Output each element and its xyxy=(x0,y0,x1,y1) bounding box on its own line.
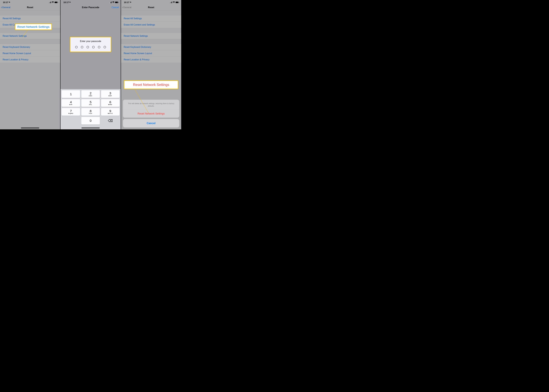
back-label: General xyxy=(123,6,131,9)
keypad-blank xyxy=(62,117,80,125)
home-indicator[interactable] xyxy=(21,128,39,128)
cell-reset-network-settings[interactable]: Reset Network Settings xyxy=(121,33,181,39)
wifi-icon xyxy=(112,1,114,3)
status-time: 10:17 xyxy=(124,1,129,4)
status-time: 10:17 xyxy=(3,1,8,4)
nav-title: Enter Passcode xyxy=(82,6,99,9)
cell-reset-all-settings[interactable]: Reset All Settings xyxy=(0,15,60,21)
backspace-icon: ⌫ xyxy=(108,119,113,123)
keypad-6[interactable]: 6MNO xyxy=(101,99,120,107)
action-sheet: This will delete all network settings, r… xyxy=(123,100,179,127)
keypad-7[interactable]: 7PQRS xyxy=(62,108,80,116)
keypad-backspace[interactable]: ⌫ xyxy=(101,117,120,125)
cancel-button[interactable]: Cancel xyxy=(111,6,119,9)
annotation-callout-passcode-prompt: Enter your passcode xyxy=(70,37,111,52)
wifi-icon xyxy=(173,1,175,3)
battery-icon xyxy=(115,2,118,3)
keypad-4[interactable]: 4GHI xyxy=(62,99,80,107)
cell-erase-all-content[interactable]: Erase All Content and Settings xyxy=(121,21,181,28)
battery-icon xyxy=(176,2,179,3)
battery-icon xyxy=(55,2,58,3)
passcode-prompt: Enter your passcode xyxy=(80,40,101,42)
cell-reset-all-settings[interactable]: Reset All Settings xyxy=(121,15,181,21)
cell-reset-home-screen-layout[interactable]: Reset Home Screen Layout xyxy=(0,50,60,56)
cell-reset-home-screen-layout[interactable]: Reset Home Screen Layout xyxy=(121,50,181,56)
sheet-message: This will delete all network settings, r… xyxy=(123,100,179,110)
back-button[interactable]: ‹ General xyxy=(1,6,10,9)
nav-bar: Enter Passcode Cancel xyxy=(61,4,121,11)
screenshot-confirm-sheet: 10:17 ➤ ‹ General Reset Reset All Settin… xyxy=(121,0,181,129)
annotation-callout-confirm: Reset Network Settings xyxy=(124,80,178,89)
wifi-icon xyxy=(52,1,54,3)
keypad-5[interactable]: 5JKL xyxy=(81,99,100,107)
cell-reset-location-privacy[interactable]: Reset Location & Privacy xyxy=(0,56,60,63)
cellular-signal-icon xyxy=(170,2,172,3)
cell-reset-keyboard-dictionary[interactable]: Reset Keyboard Dictionary xyxy=(121,44,181,50)
keypad-3[interactable]: 3DEF xyxy=(101,90,120,98)
screenshot-enter-passcode: 10:17 ➤ Enter Passcode Cancel Enter your… xyxy=(61,0,121,129)
cell-reset-keyboard-dictionary[interactable]: Reset Keyboard Dictionary xyxy=(0,44,60,50)
status-bar: 10:17 ➤ xyxy=(121,0,181,4)
back-label: General xyxy=(2,6,10,9)
status-time: 10:17 xyxy=(63,1,69,4)
passcode-dots xyxy=(75,46,106,48)
status-bar: 10:17 ➤ xyxy=(61,0,121,4)
keypad-0[interactable]: 0 xyxy=(81,117,100,125)
cellular-signal-icon xyxy=(109,2,112,3)
location-services-icon: ➤ xyxy=(69,1,71,3)
cell-reset-location-privacy[interactable]: Reset Location & Privacy xyxy=(121,56,181,63)
location-services-icon: ➤ xyxy=(130,1,132,3)
nav-bar: ‹ General Reset xyxy=(0,4,60,11)
number-keypad: 1 2ABC 3DEF 4GHI 5JKL 6MNO 7PQRS 8TUV 9W… xyxy=(61,89,121,129)
nav-bar: ‹ General Reset xyxy=(121,4,181,11)
status-bar: 10:17 ➤ xyxy=(0,0,60,4)
location-services-icon: ➤ xyxy=(9,1,10,3)
keypad-9[interactable]: 9WXYZ xyxy=(101,108,120,116)
back-button: ‹ General xyxy=(122,6,131,9)
annotation-callout-reset-network: Reset Network Settings xyxy=(15,24,52,30)
nav-title: Reset xyxy=(148,6,154,9)
home-indicator[interactable] xyxy=(82,128,100,128)
keypad-8[interactable]: 8TUV xyxy=(81,108,100,116)
cellular-signal-icon xyxy=(49,2,51,3)
keypad-2[interactable]: 2ABC xyxy=(81,90,100,98)
keypad-1[interactable]: 1 xyxy=(62,90,80,98)
nav-title: Reset xyxy=(27,6,33,9)
sheet-cancel-button[interactable]: Cancel xyxy=(123,119,179,127)
cell-reset-network-settings[interactable]: Reset Network Settings xyxy=(0,33,60,39)
sheet-confirm-button[interactable]: Reset Network Settings xyxy=(123,109,179,118)
screenshot-reset-list: 10:17 ➤ ‹ General Reset Reset All Settin… xyxy=(0,0,60,129)
